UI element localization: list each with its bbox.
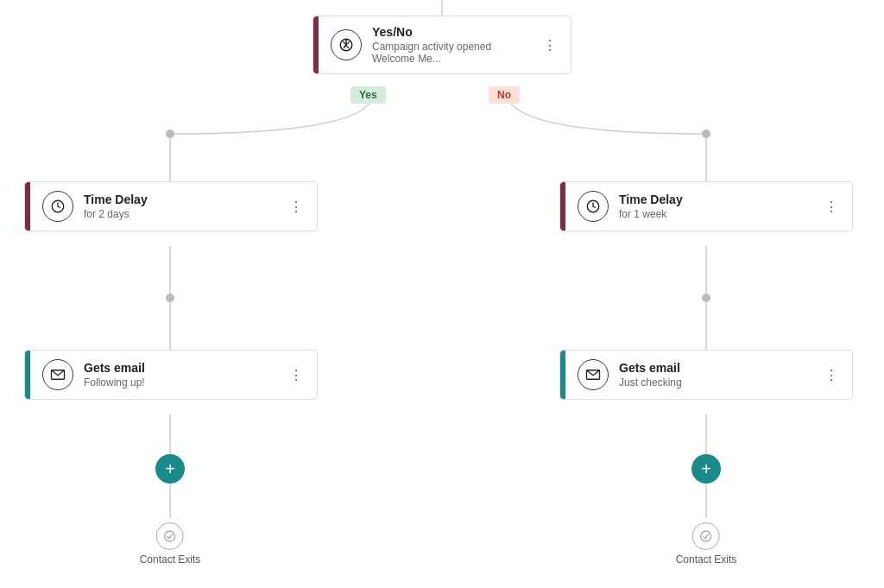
right-email-icon [578,359,609,390]
left-delay-card: Time Delay for 2 days ⋮ [24,181,318,231]
right-delay-menu[interactable]: ⋮ [821,196,842,217]
left-delay-subtitle: for 2 days [84,208,275,220]
right-email-accent [560,351,565,399]
yesno-menu[interactable]: ⋮ [540,35,560,55]
yesno-card: Yes/No Campaign activity opened Welcome … [313,16,571,74]
left-email-card: Gets email Following up! ⋮ [24,350,318,400]
left-email-accent [25,351,30,399]
right-exit-label: Contact Exits [676,553,737,566]
right-delay-title: Time Delay [619,193,811,206]
yesno-content: Yes/No Campaign activity opened Welcome … [372,25,529,65]
right-exit-circle [692,522,720,550]
right-delay-accent [560,182,565,231]
right-branch-dot [702,130,710,138]
left-email-title: Gets email [84,361,275,375]
right-email-content: Gets email Just checking [619,361,811,389]
yesno-icon [331,29,362,60]
branch-yes-label: Yes [350,86,386,104]
left-exit-label: Contact Exits [140,553,201,566]
left-branch-dot [166,130,174,138]
left-delay-content: Time Delay for 2 days [84,193,275,220]
svg-point-17 [701,531,711,541]
left-delay-accent [25,182,30,231]
right-delay-content: Time Delay for 1 week [619,193,811,220]
right-email-title: Gets email [619,361,811,375]
left-delay-title: Time Delay [84,193,275,206]
left-delay-icon [42,191,73,222]
branch-no-label: No [489,86,520,104]
left-exit-circle [156,522,184,550]
right-email-menu[interactable]: ⋮ [821,364,842,385]
left-email-menu[interactable]: ⋮ [286,364,306,385]
left-add-button[interactable]: + [155,454,185,484]
svg-point-16 [165,531,175,541]
right-email-card: Gets email Just checking ⋮ [559,350,853,400]
right-exit-node: Contact Exits [676,522,737,566]
right-delay-card: Time Delay for 1 week ⋮ [559,181,853,231]
right-delay-icon [578,191,609,222]
left-email-content: Gets email Following up! [84,361,275,389]
yesno-accent [313,16,319,73]
left-mid-dot [166,294,174,302]
yesno-title: Yes/No [372,25,529,39]
left-email-icon [42,359,73,390]
left-email-subtitle: Following up! [84,376,275,389]
right-delay-subtitle: for 1 week [619,208,811,220]
left-delay-menu[interactable]: ⋮ [286,196,306,217]
right-mid-dot [702,294,710,302]
right-email-subtitle: Just checking [619,376,811,389]
left-exit-node: Contact Exits [140,522,201,566]
yesno-subtitle: Campaign activity opened Welcome Me... [372,41,529,65]
right-add-button[interactable]: + [691,454,721,484]
